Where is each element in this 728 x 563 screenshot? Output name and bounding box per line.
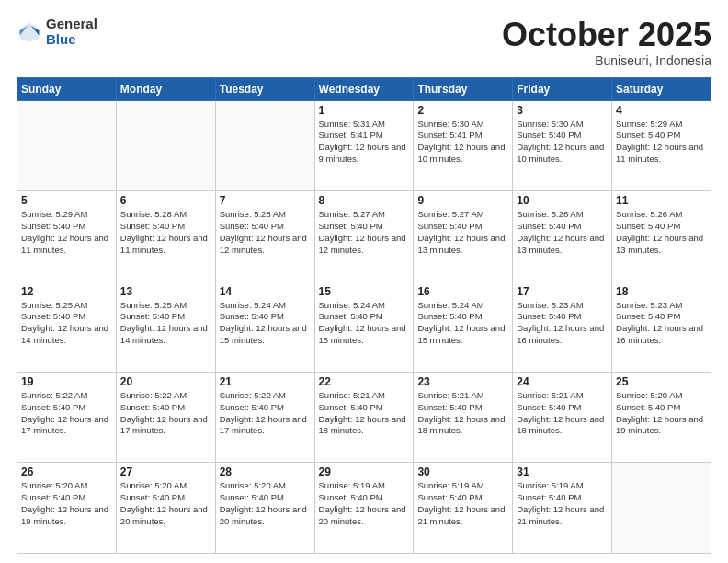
day-cell: 7Sunrise: 5:28 AM Sunset: 5:40 PM Daylig… [215,191,314,282]
logo-general: General [46,16,97,31]
day-number: 13 [120,285,211,298]
weekday-friday: Friday [513,77,612,100]
day-info: Sunrise: 5:25 AM Sunset: 5:40 PM Dayligh… [120,300,211,347]
day-cell [215,100,314,190]
day-info: Sunrise: 5:24 AM Sunset: 5:40 PM Dayligh… [319,300,410,347]
day-info: Sunrise: 5:22 AM Sunset: 5:40 PM Dayligh… [120,390,211,437]
day-info: Sunrise: 5:28 AM Sunset: 5:40 PM Dayligh… [220,209,311,256]
day-number: 7 [220,194,311,207]
day-info: Sunrise: 5:19 AM Sunset: 5:40 PM Dayligh… [517,480,608,527]
day-number: 22 [319,375,410,388]
day-number: 25 [616,375,707,388]
day-info: Sunrise: 5:24 AM Sunset: 5:40 PM Dayligh… [220,300,311,347]
location: Buniseuri, Indonesia [502,53,711,68]
day-number: 23 [417,375,508,388]
day-info: Sunrise: 5:31 AM Sunset: 5:41 PM Dayligh… [319,119,410,166]
svg-marker-0 [20,22,40,41]
day-number: 30 [417,465,508,478]
day-cell: 11Sunrise: 5:26 AM Sunset: 5:40 PM Dayli… [612,191,711,282]
day-cell: 1Sunrise: 5:31 AM Sunset: 5:41 PM Daylig… [314,100,414,190]
day-cell: 2Sunrise: 5:30 AM Sunset: 5:41 PM Daylig… [414,100,513,190]
day-info: Sunrise: 5:25 AM Sunset: 5:40 PM Dayligh… [21,300,112,347]
day-info: Sunrise: 5:27 AM Sunset: 5:40 PM Dayligh… [417,209,508,256]
day-number: 10 [517,194,608,207]
day-cell: 24Sunrise: 5:21 AM Sunset: 5:40 PM Dayli… [513,373,612,463]
day-cell: 20Sunrise: 5:22 AM Sunset: 5:40 PM Dayli… [116,373,215,463]
month-title: October 2025 [502,17,711,53]
day-number: 16 [417,285,508,298]
day-number: 20 [120,375,211,388]
weekday-monday: Monday [116,77,215,100]
day-cell: 27Sunrise: 5:20 AM Sunset: 5:40 PM Dayli… [116,463,215,554]
day-cell: 9Sunrise: 5:27 AM Sunset: 5:40 PM Daylig… [414,191,513,282]
day-number: 21 [220,375,311,388]
day-info: Sunrise: 5:30 AM Sunset: 5:41 PM Dayligh… [417,119,508,166]
day-info: Sunrise: 5:22 AM Sunset: 5:40 PM Dayligh… [21,390,112,437]
day-info: Sunrise: 5:21 AM Sunset: 5:40 PM Dayligh… [517,390,608,437]
day-cell: 16Sunrise: 5:24 AM Sunset: 5:40 PM Dayli… [414,282,513,372]
day-cell: 8Sunrise: 5:27 AM Sunset: 5:40 PM Daylig… [314,191,414,282]
day-number: 18 [616,285,707,298]
day-number: 19 [21,375,112,388]
day-cell: 6Sunrise: 5:28 AM Sunset: 5:40 PM Daylig… [116,191,215,282]
day-info: Sunrise: 5:20 AM Sunset: 5:40 PM Dayligh… [21,480,112,527]
day-number: 5 [21,194,112,207]
day-number: 2 [417,104,508,117]
day-cell [612,463,711,554]
day-info: Sunrise: 5:23 AM Sunset: 5:40 PM Dayligh… [517,300,608,347]
day-cell: 19Sunrise: 5:22 AM Sunset: 5:40 PM Dayli… [17,373,117,463]
weekday-saturday: Saturday [612,77,711,100]
day-cell [116,100,215,190]
day-cell: 12Sunrise: 5:25 AM Sunset: 5:40 PM Dayli… [17,282,117,372]
day-cell: 23Sunrise: 5:21 AM Sunset: 5:40 PM Dayli… [414,373,513,463]
day-info: Sunrise: 5:22 AM Sunset: 5:40 PM Dayligh… [220,390,311,437]
day-number: 24 [517,375,608,388]
page: General Blue October 2025 Buniseuri, Ind… [0,0,728,563]
logo-blue: Blue [46,31,76,47]
calendar-table: SundayMondayTuesdayWednesdayThursdayFrid… [17,77,711,554]
day-info: Sunrise: 5:20 AM Sunset: 5:40 PM Dayligh… [616,390,707,437]
day-number: 27 [120,465,211,478]
day-info: Sunrise: 5:30 AM Sunset: 5:40 PM Dayligh… [517,119,608,166]
day-number: 29 [319,465,410,478]
day-cell: 28Sunrise: 5:20 AM Sunset: 5:40 PM Dayli… [215,463,314,554]
day-info: Sunrise: 5:21 AM Sunset: 5:40 PM Dayligh… [319,390,410,437]
day-info: Sunrise: 5:20 AM Sunset: 5:40 PM Dayligh… [120,480,211,527]
day-info: Sunrise: 5:24 AM Sunset: 5:40 PM Dayligh… [417,300,508,347]
day-cell: 30Sunrise: 5:19 AM Sunset: 5:40 PM Dayli… [414,463,513,554]
day-number: 1 [319,104,410,117]
week-row-1: 5Sunrise: 5:29 AM Sunset: 5:40 PM Daylig… [17,191,711,282]
day-cell: 3Sunrise: 5:30 AM Sunset: 5:40 PM Daylig… [513,100,612,190]
day-cell: 31Sunrise: 5:19 AM Sunset: 5:40 PM Dayli… [513,463,612,554]
logo: General Blue [17,17,97,47]
day-info: Sunrise: 5:21 AM Sunset: 5:40 PM Dayligh… [417,390,508,437]
weekday-thursday: Thursday [414,77,513,100]
day-number: 31 [517,465,608,478]
day-number: 11 [616,194,707,207]
day-info: Sunrise: 5:19 AM Sunset: 5:40 PM Dayligh… [417,480,508,527]
day-number: 12 [21,285,112,298]
week-row-3: 19Sunrise: 5:22 AM Sunset: 5:40 PM Dayli… [17,373,711,463]
day-cell: 17Sunrise: 5:23 AM Sunset: 5:40 PM Dayli… [513,282,612,372]
day-number: 9 [417,194,508,207]
day-number: 28 [220,465,311,478]
day-number: 8 [319,194,410,207]
day-cell [17,100,117,190]
week-row-0: 1Sunrise: 5:31 AM Sunset: 5:41 PM Daylig… [17,100,711,190]
day-number: 4 [616,104,707,117]
week-row-4: 26Sunrise: 5:20 AM Sunset: 5:40 PM Dayli… [17,463,711,554]
day-cell: 22Sunrise: 5:21 AM Sunset: 5:40 PM Dayli… [314,373,414,463]
day-number: 15 [319,285,410,298]
day-number: 14 [220,285,311,298]
weekday-wednesday: Wednesday [314,77,414,100]
day-cell: 14Sunrise: 5:24 AM Sunset: 5:40 PM Dayli… [215,282,314,372]
day-info: Sunrise: 5:29 AM Sunset: 5:40 PM Dayligh… [21,209,112,256]
day-info: Sunrise: 5:20 AM Sunset: 5:40 PM Dayligh… [220,480,311,527]
day-number: 17 [517,285,608,298]
day-cell: 26Sunrise: 5:20 AM Sunset: 5:40 PM Dayli… [17,463,117,554]
day-number: 3 [517,104,608,117]
day-cell: 25Sunrise: 5:20 AM Sunset: 5:40 PM Dayli… [612,373,711,463]
day-info: Sunrise: 5:29 AM Sunset: 5:40 PM Dayligh… [616,119,707,166]
day-info: Sunrise: 5:19 AM Sunset: 5:40 PM Dayligh… [319,480,410,527]
weekday-tuesday: Tuesday [215,77,314,100]
